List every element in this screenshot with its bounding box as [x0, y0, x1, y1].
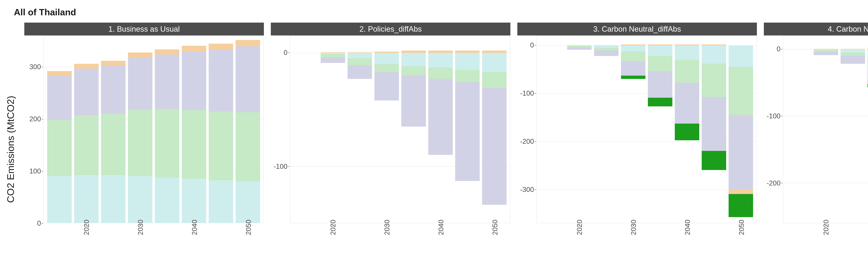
plot-wrap: -300-200-1000 — [517, 35, 757, 223]
seg-electricity — [321, 57, 345, 63]
facet-strip: 2. Policies_diffAbs — [271, 23, 510, 35]
seg-industry — [101, 114, 125, 175]
x-tick-slot — [840, 225, 865, 253]
facet-strip: 1. Business as Usual — [24, 23, 264, 35]
bar-pos — [455, 51, 479, 53]
x-tick-slot: 2020 — [567, 225, 592, 253]
y-tick: -200 — [520, 137, 534, 145]
seg-industry — [74, 115, 99, 175]
bar-col-2020 — [567, 36, 592, 223]
seg-industry — [155, 109, 179, 178]
seg-electricity — [702, 97, 726, 151]
x-tick-label: 2050 — [491, 220, 499, 235]
seg-electricity — [675, 83, 699, 124]
bar-col-2035 — [155, 36, 180, 223]
seg-industry — [702, 63, 726, 97]
y-tick: -100 — [520, 89, 534, 97]
bar-pos — [401, 51, 426, 53]
bar-col-2045 — [455, 36, 480, 223]
seg-transportation — [594, 45, 619, 48]
bar-neg — [675, 45, 699, 140]
bar-col-2020 — [320, 36, 345, 223]
bar-col-2020 — [813, 36, 838, 223]
x-tick-slot — [46, 225, 72, 253]
plot-area — [290, 35, 510, 223]
seg-industry — [347, 58, 372, 65]
seg-buildings — [155, 49, 179, 55]
x-tick-label: 2040 — [437, 220, 445, 235]
plot-wrap: -200-1000 — [764, 35, 868, 223]
bars — [783, 36, 868, 223]
x-tick-slot — [539, 225, 565, 253]
x-tick-slot: 2040 — [182, 225, 207, 253]
seg-industry — [594, 48, 619, 50]
seg-transportation — [648, 45, 672, 56]
bars — [537, 36, 756, 223]
seg-buildings — [401, 51, 426, 53]
y-axis: 0100200300 — [24, 35, 43, 223]
x-tick-slot — [347, 225, 372, 253]
bar-pos — [47, 71, 72, 223]
seg-industry — [728, 67, 753, 115]
bar-neg — [814, 49, 838, 55]
facet-strip: 4. Carbon Neutral + LUC_diffAbs — [764, 23, 868, 35]
seg-beccs — [702, 151, 726, 170]
bar-neg — [702, 45, 726, 170]
seg-electricity — [648, 71, 672, 98]
seg-industry — [128, 109, 152, 176]
x-tick-slot — [593, 225, 619, 253]
gridline — [44, 223, 264, 223]
seg-transportation — [74, 175, 99, 223]
seg-electricity — [567, 47, 592, 50]
bar-col-2030 — [867, 36, 868, 223]
x-tick-label: 2030 — [136, 220, 145, 235]
plot-area — [783, 35, 868, 223]
x-tick-slot — [648, 225, 673, 253]
bar-col-2045 — [208, 36, 234, 223]
x-tick-label: 2030 — [383, 220, 391, 235]
seg-buildings — [182, 46, 206, 51]
bar-neg — [621, 45, 646, 79]
panel-cneutral_luc: 4. Carbon Neutral + LUC_diffAbs-200-1000… — [764, 23, 868, 253]
panel-cneutral: 3. Carbon Neutral_diffAbs-300-200-100020… — [517, 23, 757, 253]
bar-col-2015 — [786, 36, 812, 223]
x-tick-slot: 2020 — [813, 225, 838, 253]
bar-col-2030 — [374, 36, 399, 223]
bar-neg — [428, 53, 453, 155]
seg-industry — [455, 70, 479, 82]
bar-neg — [594, 45, 619, 56]
seg-transportation — [374, 53, 399, 64]
seg-electricity — [74, 69, 99, 115]
x-tick-slot: 2050 — [728, 225, 754, 253]
seg-transportation — [128, 176, 152, 223]
bar-col-2025 — [347, 36, 372, 223]
seg-electricity — [347, 65, 372, 79]
seg-industry — [428, 68, 453, 79]
bar-neg — [401, 53, 426, 127]
bar-col-2040 — [181, 36, 207, 223]
y-tick: 0 — [530, 41, 534, 49]
seg-electricity — [621, 61, 646, 76]
bar-pos — [428, 51, 453, 53]
x-tick-slot: 2040 — [428, 225, 454, 253]
bar-col-2030 — [128, 36, 153, 223]
plot-area — [536, 35, 757, 223]
seg-electricity — [455, 82, 479, 181]
seg-electricity — [428, 79, 453, 155]
bar-neg — [841, 49, 865, 64]
bar-col-2025 — [594, 36, 619, 223]
seg-industry — [374, 64, 399, 72]
seg-industry — [182, 110, 206, 179]
seg-transportation — [347, 53, 372, 59]
seg-industry — [621, 52, 646, 61]
plot-area — [43, 35, 264, 223]
seg-industry — [482, 72, 506, 88]
seg-buildings — [74, 64, 99, 69]
y-axis: -300-200-1000 — [517, 35, 536, 223]
seg-transportation — [675, 45, 699, 60]
seg-industry — [209, 112, 233, 180]
page: All of Thailand CO2 Emissions (MtCO2) 1.… — [0, 0, 868, 264]
seg-transportation — [621, 45, 646, 52]
bar-pos — [209, 44, 233, 223]
seg-transportation — [155, 178, 179, 223]
